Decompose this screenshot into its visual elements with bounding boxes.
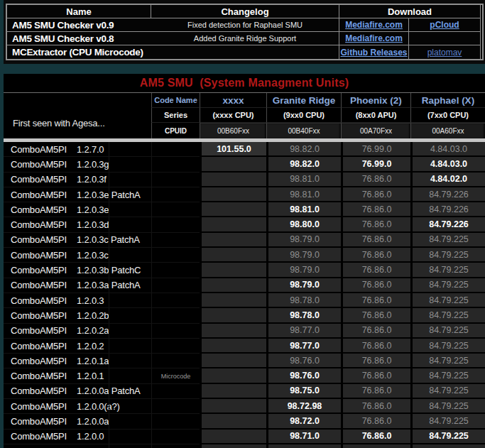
smu-value-granite-ridge: 98.76.0 <box>266 368 341 383</box>
note-cell <box>151 263 200 278</box>
smu-value-granite-ridge: 98.81.0 <box>266 202 341 217</box>
tool-changelog: Fixed detection for Raphael SMU <box>151 18 339 32</box>
agesa-prefix: ComboAM5PI <box>11 250 77 261</box>
smu-value-raphael: 84.79.226 <box>410 187 485 202</box>
table-row: ComboAM5PI 1.1.7.0 98.70.0 76.86.0 84.79… <box>4 444 485 448</box>
table-row: ComboAM5PI 1.2.0.0a PatchA 98.75.0 76.86… <box>4 384 485 399</box>
table-row: ComboAM5PI 1.2.0.3e 98.81.0 76.86.0 84.7… <box>4 202 485 217</box>
smu-value-phoenix: 76.86.0 <box>341 444 410 448</box>
tool-name: AM5 SMU Checker v0.9 <box>7 18 151 32</box>
column-series: (xxxx CPU) <box>200 108 266 123</box>
agesa-version: 1.2.7.0 <box>77 144 104 155</box>
agesa-name-cell: ComboAM5PI 1.2.0.3g <box>4 157 151 172</box>
agesa-name-cell: ComboAM5PI 1.2.0.1a <box>4 354 151 368</box>
agesa-version: 1.2.0.3a PatchA <box>77 280 141 290</box>
smu-value-raphael: 4.84.03.0 <box>410 157 485 172</box>
agesa-prefix: ComboAM5PI <box>11 219 77 230</box>
agesa-prefix: ComboAM5PI <box>11 265 77 275</box>
smu-value-phoenix: 76.86.0 <box>341 339 410 354</box>
smu-value-granite-ridge: 98.79.0 <box>266 263 341 278</box>
agesa-version: 1.2.0.3 <box>77 295 104 306</box>
smu-value-granite-ridge: 98.78.0 <box>266 293 341 308</box>
smu-value-raphael: 84.79.225 <box>410 324 485 339</box>
table-row: ComboAM5PI 1.2.0.2a 98.77.0 76.86.0 84.7… <box>4 324 485 339</box>
table-row: ComboAM5PI 1.2.0.3 98.78.0 76.86.0 84.79… <box>4 293 485 308</box>
table-row: ComboAM5PI 1.2.0.3c PatchA 98.79.0 76.86… <box>4 233 485 248</box>
smu-table-header: First seen with Agesa... Code Name Serie… <box>4 93 485 138</box>
note-cell <box>151 217 200 232</box>
smu-value-raphael: 84.79.225 <box>410 384 485 399</box>
download-link-pcloud[interactable]: pCloud <box>430 20 459 30</box>
agesa-version: 1.2.0.3f <box>77 174 107 185</box>
smu-value-raphael: 84.79.225 <box>410 308 485 323</box>
smu-table-title: AM5 SMU (System Managment Units) <box>4 74 485 93</box>
note-cell <box>151 248 200 263</box>
smu-value-xxxx <box>200 233 266 248</box>
note-cell <box>151 233 200 248</box>
smu-value-granite-ridge: 98.82.0 <box>266 142 341 157</box>
note-cell <box>151 142 200 157</box>
column-series: (9xx0 CPU) <box>266 108 341 123</box>
smu-value-granite-ridge: 98.72.98 <box>266 399 341 414</box>
smu-value-xxxx <box>200 308 266 323</box>
agesa-name-cell: ComboAM5PI 1.1.7.0 <box>4 444 151 448</box>
agesa-version: 1.2.0.3g <box>77 159 109 170</box>
smu-value-raphael: 84.79.225 <box>410 354 485 368</box>
smu-value-granite-ridge: 98.79.0 <box>266 233 341 248</box>
agesa-name-cell: ComboAM5PI 1.2.0.2b <box>4 308 151 323</box>
agesa-prefix: ComboAM5PI <box>11 356 77 366</box>
agesa-version: 1.2.0.2b <box>77 310 109 321</box>
download-cell: Mediafire.com <box>339 18 409 32</box>
smu-value-raphael: 84.79.224 <box>410 444 485 448</box>
smu-value-granite-ridge: 98.77.0 <box>266 339 341 354</box>
note-cell <box>151 202 200 217</box>
agesa-name-cell: ComboAM5PI 1.2.0.3c PatchA <box>4 233 151 248</box>
code-name-label: Code Name <box>151 93 200 108</box>
smu-value-granite-ridge: 98.81.0 <box>266 173 341 187</box>
table-row: ComboAM5PI 1.2.0.2b 98.78.0 76.86.0 84.7… <box>4 308 485 323</box>
download-link-mediafire[interactable]: Mediafire.com <box>345 20 403 30</box>
smu-value-xxxx <box>200 430 266 444</box>
smu-value-raphael: 84.79.226 <box>410 202 485 217</box>
download-link-platomav[interactable]: platomav <box>427 48 462 58</box>
note-cell: Microcode <box>151 368 200 383</box>
column-series: (7xx0 CPU) <box>410 108 485 123</box>
smu-value-granite-ridge: 98.80.0 <box>266 217 341 232</box>
smu-value-phoenix: 76.86.0 <box>341 263 410 278</box>
agesa-name-cell: ComboAM5PI 1.2.0.3a PatchA <box>4 278 151 293</box>
table-row: ComboAM5PI 1.2.0.2 98.77.0 76.86.0 84.79… <box>4 339 485 354</box>
tool-name: AM5 SMU Checker v0.8 <box>7 32 151 45</box>
first-seen-label: First seen with Agesa... <box>4 93 151 138</box>
agesa-version: 1.2.0.0a <box>77 416 109 427</box>
agesa-prefix: ComboAM5PI <box>11 310 77 321</box>
download-cell-empty <box>409 32 481 45</box>
column-code-name: Raphael (X) <box>410 93 485 108</box>
agesa-version: 1.2.0.2 <box>77 341 104 351</box>
download-cell: Github Releases <box>339 45 409 59</box>
tools-header-changelog: Changelog <box>151 5 339 18</box>
download-link-mediafire[interactable]: Mediafire.com <box>345 33 403 43</box>
smu-value-xxxx <box>200 263 266 278</box>
smu-value-granite-ridge: 98.77.0 <box>266 324 341 339</box>
agesa-version: 1.2.0.3e PatchA <box>77 190 141 200</box>
tool-name: MCExtractor (CPU Microcode) <box>7 45 151 59</box>
table-row: ComboAM5PI 1.2.0.1a 98.76.0 76.86.0 84.7… <box>4 354 485 368</box>
smu-value-granite-ridge: 98.70.0 <box>266 444 341 448</box>
smu-value-raphael: 84.79.225 <box>410 263 485 278</box>
agesa-name-cell: ComboAM5PI 1.2.7.0 <box>4 142 151 157</box>
smu-value-phoenix: 76.99.0 <box>341 157 410 172</box>
agesa-prefix: ComboAM5PI <box>11 234 77 245</box>
note-cell <box>151 278 200 293</box>
agesa-prefix: ComboAM5PI <box>11 280 77 290</box>
agesa-name-cell: ComboAM5PI 1.2.0.3e PatchA <box>4 187 151 202</box>
table-row: ComboAM5PI 1.2.0.3d 98.80.0 76.86.0 84.7… <box>4 217 485 232</box>
smu-value-raphael: 84.79.225 <box>410 278 485 293</box>
agesa-version: 1.2.0.3c PatchA <box>77 234 140 245</box>
smu-value-phoenix: 76.86.0 <box>341 430 410 444</box>
smu-value-xxxx <box>200 217 266 232</box>
table-gap-band <box>0 64 485 74</box>
download-link-github[interactable]: Github Releases <box>340 48 407 58</box>
tools-table: Name Changelog Download AM5 SMU Checker … <box>6 4 484 60</box>
smu-value-xxxx <box>200 399 266 414</box>
smu-value-phoenix: 76.86.0 <box>341 324 410 339</box>
